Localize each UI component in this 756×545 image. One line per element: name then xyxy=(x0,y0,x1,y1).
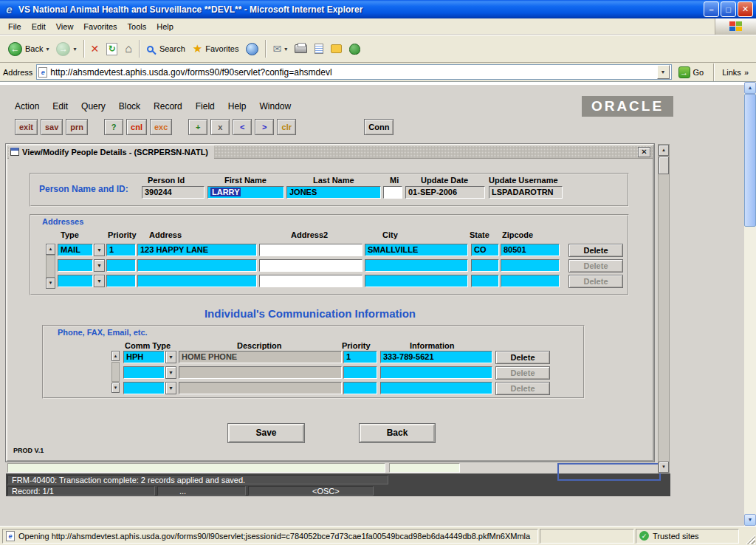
menu-edit[interactable]: Edit xyxy=(27,20,51,33)
address-priority-field[interactable] xyxy=(106,259,136,272)
forms-toolbar-button-cancel[interactable]: cnl xyxy=(126,119,147,135)
state-field[interactable]: CO xyxy=(471,244,499,256)
state-field[interactable] xyxy=(471,259,499,272)
address-dropdown-button[interactable]: ▼ xyxy=(657,65,670,79)
history-button[interactable] xyxy=(242,41,262,58)
comm-type-field[interactable]: HPH xyxy=(123,351,165,363)
forms-toolbar-button-previous[interactable]: < xyxy=(233,119,252,135)
comm-priority-field[interactable] xyxy=(343,366,377,379)
discuss-button[interactable] xyxy=(327,42,346,55)
comm-type-dropdown-button[interactable]: ▼ xyxy=(165,382,176,394)
forms-scroll-down-button[interactable]: ▼ xyxy=(659,462,669,473)
back-form-button[interactable]: Back xyxy=(360,424,435,442)
delete-address-button[interactable]: Delete xyxy=(568,244,623,257)
search-button[interactable]: Search xyxy=(142,42,189,56)
address-priority-field[interactable]: 1 xyxy=(106,244,136,256)
browser-scrollbar-thumb[interactable] xyxy=(744,94,756,227)
back-button[interactable]: ← Back ▾ xyxy=(4,40,52,58)
mail-button[interactable]: ✉ ▾ xyxy=(269,41,291,56)
home-button[interactable]: ⌂ xyxy=(121,40,136,58)
forms-toolbar-button-exit[interactable]: exit xyxy=(15,119,38,135)
maximize-button[interactable]: □ xyxy=(721,1,736,17)
forms-toolbar-button-execute[interactable]: exc xyxy=(150,119,172,135)
browser-scrollbar[interactable]: ▲ ▼ xyxy=(744,82,756,526)
address-scroll-down-button[interactable]: ▼ xyxy=(46,278,55,289)
back-dropdown-icon[interactable]: ▾ xyxy=(46,46,49,52)
city-field[interactable]: SMALLVILLE xyxy=(365,244,468,256)
update-date-field[interactable]: 01-SEP-2006 xyxy=(405,186,485,199)
mdi-close-button[interactable]: ✕ xyxy=(638,147,650,157)
address-type-dropdown-button[interactable]: ▼ xyxy=(94,259,105,272)
address2-field[interactable] xyxy=(259,259,362,272)
comm-description-field[interactable] xyxy=(179,382,342,394)
forward-button[interactable]: → ▾ xyxy=(52,40,80,58)
first-name-field[interactable]: LARRY xyxy=(207,186,284,199)
minimize-button[interactable]: – xyxy=(704,1,719,17)
zipcode-field[interactable] xyxy=(501,275,560,287)
comm-information-field[interactable] xyxy=(380,382,492,394)
address-type-field[interactable] xyxy=(58,259,93,272)
comm-information-field[interactable]: 333-789-5621 xyxy=(380,351,492,363)
stop-button[interactable]: ✕ xyxy=(87,41,103,56)
address-type-dropdown-button[interactable]: ▼ xyxy=(94,275,105,287)
forward-dropdown-icon[interactable]: ▾ xyxy=(73,46,76,52)
links-button[interactable]: Links » xyxy=(721,68,753,77)
address-type-dropdown-button[interactable]: ▼ xyxy=(94,244,105,256)
comm-scroll-up-button[interactable]: ▲ xyxy=(111,351,120,361)
forms-toolbar-button-save[interactable]: sav xyxy=(41,119,63,135)
comm-information-field[interactable] xyxy=(380,366,492,379)
address-type-field[interactable]: MAIL xyxy=(58,244,93,256)
forms-scrollbar[interactable]: ▲ ▼ xyxy=(658,144,670,473)
address-field[interactable] xyxy=(137,275,257,287)
forms-menu-block[interactable]: Block xyxy=(117,100,142,112)
address-input[interactable] xyxy=(50,67,653,78)
person-id-field[interactable]: 390244 xyxy=(142,186,205,199)
zipcode-field[interactable] xyxy=(501,259,560,272)
comm-type-dropdown-button[interactable]: ▼ xyxy=(165,366,176,379)
state-field[interactable] xyxy=(471,275,499,287)
menu-tools[interactable]: Tools xyxy=(123,20,152,33)
forms-menu-query[interactable]: Query xyxy=(80,100,107,112)
forms-scroll-up-button[interactable]: ▲ xyxy=(659,145,669,156)
address-scroll-up-button[interactable]: ▲ xyxy=(46,244,55,255)
address-type-field[interactable] xyxy=(58,275,93,287)
menu-file[interactable]: File xyxy=(3,20,27,33)
address-priority-field[interactable] xyxy=(106,275,136,287)
close-button[interactable]: ✕ xyxy=(738,1,753,17)
save-button[interactable]: Save xyxy=(228,424,304,442)
forms-menu-field[interactable]: Field xyxy=(194,100,216,112)
browser-scroll-down-button[interactable]: ▼ xyxy=(744,514,756,526)
city-field[interactable] xyxy=(365,259,468,272)
forms-toolbar-button-clear[interactable]: clr xyxy=(277,119,296,135)
comm-scrollbar-track[interactable] xyxy=(111,362,120,382)
forms-toolbar-button-next[interactable]: > xyxy=(255,119,274,135)
comm-priority-field[interactable] xyxy=(343,382,377,394)
zipcode-field[interactable]: 80501 xyxy=(501,244,560,256)
forms-scrollbar-thumb[interactable] xyxy=(659,157,669,174)
mail-dropdown-icon[interactable]: ▾ xyxy=(284,46,287,52)
forms-toolbar-button-help[interactable]: ? xyxy=(104,119,123,135)
menu-favorites[interactable]: Favorites xyxy=(78,20,122,33)
address-scrollbar-track[interactable] xyxy=(46,255,55,278)
menu-help[interactable]: Help xyxy=(151,20,179,33)
update-username-field[interactable]: LSPADAROTRN xyxy=(489,186,563,199)
forms-menu-help[interactable]: Help xyxy=(227,100,248,112)
address2-field[interactable] xyxy=(259,275,362,287)
delete-comm-button[interactable]: Delete xyxy=(495,351,550,364)
forms-menu-record[interactable]: Record xyxy=(152,100,184,112)
comm-type-field[interactable] xyxy=(123,382,165,394)
address-field[interactable]: 123 HAPPY LANE xyxy=(137,244,257,256)
city-field[interactable] xyxy=(365,275,468,287)
favorites-button[interactable]: ★ Favorites xyxy=(189,40,243,58)
comm-description-field[interactable] xyxy=(179,366,342,379)
comm-type-dropdown-button[interactable]: ▼ xyxy=(165,351,176,363)
comm-description-field[interactable]: HOME PHONE xyxy=(179,351,342,363)
address-field[interactable] xyxy=(137,259,257,272)
forms-toolbar-button-print[interactable]: prn xyxy=(66,119,88,135)
forms-menu-action[interactable]: Action xyxy=(13,100,41,112)
forms-toolbar-button-insert[interactable]: + xyxy=(188,119,207,135)
address2-field[interactable] xyxy=(259,244,362,256)
edit-button[interactable] xyxy=(311,41,327,56)
refresh-button[interactable]: ↻ xyxy=(103,41,121,58)
menu-view[interactable]: View xyxy=(51,20,79,33)
